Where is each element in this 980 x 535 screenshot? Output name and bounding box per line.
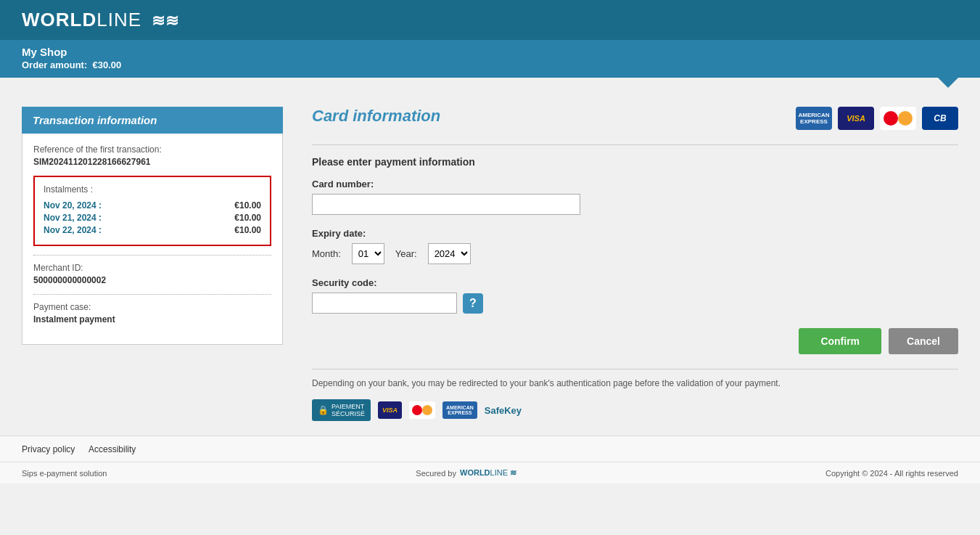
instalment-date-1: Nov 20, 2024 : [44, 200, 102, 211]
transaction-title: Transaction information [22, 107, 283, 134]
copyright-text: Copyright © 2024 - All rights reserved [825, 469, 958, 478]
expiry-label: Expiry date: [312, 228, 958, 239]
confirm-button[interactable]: Confirm [799, 328, 881, 354]
secure-badge: PAIEMENTSÉCURISÉ [312, 399, 371, 421]
worldline-footer-logo: WORLDLINE ≋ [460, 468, 516, 478]
accessibility-link[interactable]: Accessibility [88, 444, 136, 454]
transaction-panel: Transaction information Reference of the… [22, 107, 283, 421]
header-sub: My Shop Order amount: €30.00 [0, 40, 980, 78]
worldline-logo: WORLDLINE ≋≋ [22, 9, 179, 31]
instalment-row-3: Nov 22, 2024 : €10.00 [44, 225, 261, 235]
logo-waves-icon: ≋≋ [152, 12, 179, 30]
instalment-amount-1: €10.00 [234, 200, 261, 211]
order-amount-value: €30.00 [93, 60, 122, 70]
bottom-divider [312, 369, 958, 369]
header-top: WORLDLINE ≋≋ [0, 0, 980, 40]
mc-small-logo [409, 401, 435, 419]
merchant-id-label: Merchant ID: [33, 263, 271, 273]
header-arrow-icon [938, 78, 958, 88]
instalment-amount-3: €10.00 [234, 225, 261, 235]
form-top-divider [312, 144, 958, 145]
payment-case-label: Payment case: [33, 302, 271, 312]
order-label: Order amount: [22, 60, 87, 70]
month-label: Month: [312, 248, 341, 259]
amex-small-logo: AMERICANEXPRESS [442, 401, 477, 419]
reference-value: SIM202411201228166627961 [33, 157, 271, 167]
month-select[interactable]: 01 02 03 04 05 06 07 08 09 10 11 12 [352, 243, 384, 264]
sips-text: Sips e-payment solution [22, 469, 107, 478]
main-content: Transaction information Reference of the… [0, 78, 980, 436]
safekey-text: SafeKey [485, 405, 522, 416]
card-number-input[interactable] [312, 194, 580, 215]
security-code-input[interactable] [312, 293, 457, 314]
footer-logo-line: LINE [490, 468, 508, 477]
card-number-label: Card number: [312, 179, 958, 189]
card-logos: AMERICAN EXPRESS VISA CB [796, 107, 958, 130]
security-code-group: Security code: ? [312, 277, 958, 314]
security-row: ? [312, 293, 958, 314]
privacy-policy-link[interactable]: Privacy policy [22, 444, 75, 454]
instalments-box: Instalments : Nov 20, 2024 : €10.00 Nov … [33, 176, 271, 246]
footer-bottom: Sips e-payment solution Secured by WORLD… [0, 462, 980, 483]
merchant-id-value: 500000000000002 [33, 275, 271, 285]
divider-2 [33, 294, 271, 295]
cb-logo: CB [922, 107, 958, 130]
logo-world: WORLD [22, 9, 96, 30]
reference-label: Reference of the first transaction: [33, 144, 271, 155]
lock-icon [318, 405, 329, 415]
footer-links: Privacy policy Accessibility [0, 436, 980, 462]
card-info-title: Card information [312, 107, 440, 126]
expiry-group: Expiry date: Month: 01 02 03 04 05 06 07… [312, 228, 958, 264]
secured-by-label: Secured by [416, 469, 456, 478]
card-number-group: Card number: [312, 179, 958, 215]
expiry-row: Month: 01 02 03 04 05 06 07 08 09 10 11 … [312, 243, 958, 264]
redirect-notice: Depending on your bank, you may be redir… [312, 378, 820, 388]
visa-logo: VISA [838, 107, 874, 130]
year-label: Year: [395, 248, 417, 259]
mastercard-logo [880, 107, 916, 130]
security-code-label: Security code: [312, 277, 958, 288]
transaction-body: Reference of the first transaction: SIM2… [22, 134, 283, 345]
card-panel-header: Card information AMERICAN EXPRESS VISA C… [312, 107, 958, 130]
card-form-subtitle: Please enter payment information [312, 156, 958, 168]
visa-small-logo: VISA [378, 401, 402, 419]
instalment-row-2: Nov 21, 2024 : €10.00 [44, 213, 261, 223]
bottom-logos: PAIEMENTSÉCURISÉ VISA AMERICANEXPRESS Sa… [312, 399, 958, 421]
order-amount: Order amount: €30.00 [22, 60, 958, 70]
instalments-label: Instalments : [44, 184, 261, 195]
secured-by: Secured by WORLDLINE ≋ [416, 468, 516, 478]
amex-logo: AMERICAN EXPRESS [796, 107, 832, 130]
instalment-date-3: Nov 22, 2024 : [44, 225, 102, 235]
payment-case-value: Instalment payment [33, 314, 271, 324]
logo-line: LINE [96, 9, 141, 30]
footer-logo-world: WORLD [460, 468, 490, 477]
instalment-row-1: Nov 20, 2024 : €10.00 [44, 200, 261, 211]
instalment-amount-2: €10.00 [234, 213, 261, 223]
cancel-button[interactable]: Cancel [889, 328, 958, 354]
divider-1 [33, 255, 271, 256]
instalment-date-2: Nov 21, 2024 : [44, 213, 102, 223]
year-select[interactable]: 2024 2025 2026 2027 2028 2029 2030 [428, 243, 471, 264]
card-panel: Card information AMERICAN EXPRESS VISA C… [312, 107, 958, 421]
shop-name: My Shop [22, 46, 958, 58]
security-help-icon[interactable]: ? [463, 293, 483, 314]
secure-badge-text: PAIEMENTSÉCURISÉ [332, 403, 365, 417]
action-buttons: Confirm Cancel [312, 328, 958, 354]
